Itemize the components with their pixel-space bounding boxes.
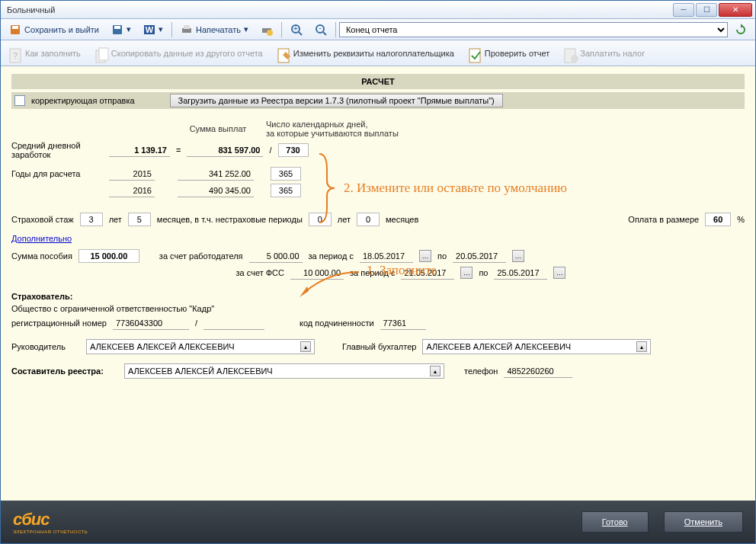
refresh-icon bbox=[735, 24, 747, 36]
zoom-in-button[interactable]: + bbox=[285, 21, 308, 38]
svg-rect-1 bbox=[12, 26, 18, 29]
days2-input[interactable] bbox=[271, 184, 301, 197]
svg-point-24 bbox=[571, 55, 578, 62]
svg-point-9 bbox=[267, 30, 273, 36]
svg-rect-22 bbox=[469, 49, 480, 62]
cancel-button[interactable]: Отменить bbox=[664, 511, 743, 533]
check-report-button[interactable]: Проверить отчет bbox=[465, 44, 553, 62]
days-header: Число календарных дней, за которые учиты… bbox=[266, 120, 418, 138]
reg-num-input[interactable] bbox=[113, 316, 189, 330]
print-button[interactable]: Напечатать▾ bbox=[175, 21, 254, 38]
year1-input[interactable] bbox=[109, 167, 155, 181]
maximize-button[interactable]: ☐ bbox=[696, 3, 717, 17]
close-button[interactable]: ✕ bbox=[719, 3, 752, 17]
head-label: Руководитель bbox=[11, 342, 80, 351]
employer-amount-input[interactable] bbox=[249, 249, 303, 263]
chevron-down-icon: ▴ bbox=[636, 341, 647, 352]
help-icon: ? bbox=[8, 47, 21, 59]
benefit-input[interactable] bbox=[78, 249, 139, 263]
minimize-button[interactable]: ─ bbox=[673, 3, 694, 17]
sum2-input[interactable] bbox=[178, 184, 254, 197]
change-details-button[interactable]: Изменить реквизиты налогоплательщика bbox=[274, 44, 457, 62]
svg-line-11 bbox=[299, 32, 302, 35]
avg-daily-label: Средний дневной заработок bbox=[11, 141, 103, 159]
fss-to-input[interactable] bbox=[494, 266, 547, 280]
avg-daily-input[interactable] bbox=[109, 143, 170, 157]
svg-rect-3 bbox=[114, 26, 120, 29]
correction-label: корректирующая отправка bbox=[31, 96, 135, 105]
copy-icon bbox=[94, 47, 107, 59]
reg-label: регистрационный номер bbox=[11, 318, 107, 328]
emp-to-date-button[interactable]: … bbox=[512, 250, 524, 262]
correction-checkbox[interactable] bbox=[14, 95, 25, 106]
pay-rate-label: Оплата в размере bbox=[628, 215, 699, 224]
emp-from-input[interactable] bbox=[360, 249, 413, 263]
emp-to-input[interactable] bbox=[453, 249, 506, 263]
fss-from-date-button[interactable]: … bbox=[460, 267, 472, 279]
money-icon bbox=[563, 47, 575, 59]
logo: сбис bbox=[13, 510, 88, 530]
logo-subtitle: ЭЛЕКТРОННАЯ ОТЧЕТНОСТЬ bbox=[13, 530, 88, 534]
titlebar: Больничный ─ ☐ ✕ bbox=[1, 1, 755, 19]
head-select[interactable]: АЛЕКСЕЕВ АЛЕКСЕЙ АЛЕКСЕЕВИЧ▴ bbox=[86, 339, 315, 354]
emp-from-date-button[interactable]: … bbox=[419, 250, 431, 262]
refresh-button[interactable] bbox=[729, 21, 752, 38]
fss-from-input[interactable] bbox=[401, 266, 454, 280]
insurer-name: Общество с ограниченной ответственностью… bbox=[11, 304, 214, 313]
days1-input[interactable] bbox=[271, 167, 301, 181]
total-sum-input[interactable] bbox=[187, 143, 263, 157]
navigation-select[interactable]: Конец отчета bbox=[339, 22, 728, 37]
svg-line-14 bbox=[323, 32, 326, 35]
svg-marker-16 bbox=[741, 24, 743, 28]
chevron-down-icon: ▴ bbox=[430, 366, 440, 376]
sub-label: код подчиненности bbox=[300, 318, 374, 328]
section-title: РАСЧЕТ bbox=[11, 74, 745, 89]
pay-rate-input[interactable] bbox=[705, 213, 731, 226]
save-exit-icon bbox=[9, 24, 21, 36]
pay-tax-button[interactable]: Заплатить налог bbox=[560, 44, 648, 62]
ins-label: Страховой стаж bbox=[11, 215, 74, 224]
save-button[interactable]: ▾ bbox=[106, 21, 136, 38]
window-title: Больничный bbox=[4, 5, 673, 14]
total-days-input[interactable] bbox=[278, 143, 309, 157]
nonins-years-input[interactable] bbox=[309, 213, 332, 226]
save-exit-button[interactable]: Сохранить и выйти bbox=[4, 21, 104, 38]
benefit-label: Сумма пособия bbox=[11, 251, 72, 261]
content-area: РАСЧЕТ корректирующая отправка Загрузить… bbox=[1, 66, 755, 501]
word-icon: W bbox=[143, 24, 155, 36]
print-tool-button[interactable] bbox=[255, 21, 278, 38]
sum-header: Сумма выплат bbox=[176, 124, 260, 133]
copy-button[interactable]: Скопировать данные из другого отчета bbox=[91, 44, 266, 62]
phone-label: телефон bbox=[464, 366, 498, 376]
fss-amount-input[interactable] bbox=[290, 266, 344, 280]
compiler-select[interactable]: АЛЕКСЕЕВ АЛЕКСЕЙ АЛЕКСЕЕВИЧ▴ bbox=[124, 363, 444, 379]
toolbar-secondary: ? Как заполнить Скопировать данные из др… bbox=[1, 40, 755, 66]
svg-rect-7 bbox=[184, 25, 190, 29]
reg-num2-input[interactable] bbox=[203, 316, 264, 330]
svg-text:W: W bbox=[146, 25, 154, 34]
svg-rect-20 bbox=[99, 48, 108, 60]
footer: сбис ЭЛЕКТРОННАЯ ОТЧЕТНОСТЬ Готово Отмен… bbox=[1, 501, 755, 543]
ok-button[interactable]: Готово bbox=[581, 511, 649, 533]
fss-to-date-button[interactable]: … bbox=[553, 267, 565, 279]
sub-code-input[interactable] bbox=[380, 316, 426, 330]
howto-button[interactable]: ? Как заполнить bbox=[5, 44, 84, 62]
toolbar-main: Сохранить и выйти ▾ W▾ Напечатать▾ + - К… bbox=[1, 19, 755, 40]
zoom-out-button[interactable]: - bbox=[309, 21, 332, 38]
nonins-months-input[interactable] bbox=[357, 213, 380, 226]
svg-text:?: ? bbox=[13, 51, 18, 60]
year2-input[interactable] bbox=[109, 184, 155, 197]
svg-text:-: - bbox=[319, 23, 322, 32]
load-registry-button[interactable]: Загрузить данные из Реестра версии 1.7.3… bbox=[170, 94, 503, 107]
chevron-down-icon: ▴ bbox=[300, 341, 311, 352]
more-link[interactable]: Дополнительно bbox=[11, 234, 72, 243]
ins-years-input[interactable] bbox=[80, 213, 103, 226]
years-label: Годы для расчета bbox=[11, 169, 103, 178]
word-button[interactable]: W▾ bbox=[138, 21, 168, 38]
disk-icon bbox=[111, 24, 123, 36]
sum1-input[interactable] bbox=[178, 167, 254, 181]
acc-select[interactable]: АЛЕКСЕЕВ АЛЕКСЕЙ АЛЕКСЕЕВИЧ▴ bbox=[422, 339, 651, 354]
zoom-out-icon: - bbox=[315, 24, 327, 36]
phone-input[interactable] bbox=[504, 364, 572, 378]
ins-months-input[interactable] bbox=[128, 213, 151, 226]
